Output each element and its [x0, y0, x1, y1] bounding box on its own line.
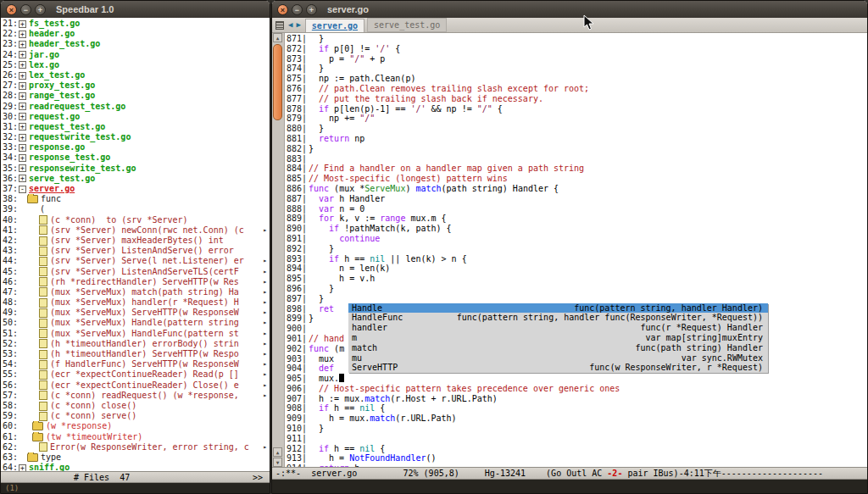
- speedbar-tag-item[interactable]: 44:(srv *Server) Serve(l net.Listener) e…: [1, 256, 270, 266]
- code-line[interactable]: 884|// Find a handler on a handler map g…: [285, 164, 867, 174]
- minimize-button[interactable]: −: [20, 4, 31, 15]
- code-line[interactable]: 882|}: [285, 144, 867, 154]
- speedbar-tag-item[interactable]: 52:(h *timeoutHandler) errorBody() strin…: [1, 339, 270, 349]
- code-line[interactable]: 910| }: [285, 424, 867, 434]
- expander-box-icon[interactable]: +: [19, 72, 26, 80]
- expander-box-icon[interactable]: +: [19, 31, 26, 38]
- tag-icon[interactable]: [39, 380, 47, 390]
- code-area[interactable]: 871| }872| if p[0] != '/' {873| p = "/" …: [285, 33, 867, 467]
- expander-box-icon[interactable]: +: [19, 82, 26, 90]
- speedbar-tag-item[interactable]: 45:(srv *Server) ListenAndServeTLS(certF…: [1, 267, 270, 277]
- code-line[interactable]: 888| var n = 0: [285, 204, 867, 214]
- expander-box-icon[interactable]: +: [19, 144, 26, 152]
- speedbar-tag-item[interactable]: 42:(srv *Server) maxHeaderBytes() int: [1, 236, 270, 246]
- speedbar-file-item[interactable]: 24:+jar.go: [1, 50, 270, 60]
- speedbar-file-item[interactable]: 26:+lex_test.go: [1, 70, 270, 80]
- speedbar-tag-item[interactable]: 43:(srv *Server) ListenAndServe() error: [1, 246, 270, 256]
- expander-box-icon[interactable]: +: [19, 123, 26, 130]
- code-line[interactable]: 872| if p[0] != '/' {: [285, 44, 867, 54]
- speedbar-tag-item[interactable]: 58:(c *conn) close(): [1, 401, 270, 411]
- completion-item[interactable]: mvar map[string]muxEntry: [348, 333, 768, 343]
- speedbar-file-item[interactable]: 29:+readrequest_test.go: [1, 102, 270, 112]
- tag-icon[interactable]: [39, 267, 47, 276]
- code-line[interactable]: 871| }: [285, 34, 867, 44]
- speedbar-file-item[interactable]: 35:+responsewrite_test.go: [1, 164, 270, 174]
- expander-box-icon[interactable]: +: [19, 175, 26, 182]
- speedbar-item[interactable]: 39:(: [1, 204, 270, 214]
- speedbar-tag-item[interactable]: 59:(c *conn) serve(): [1, 411, 270, 421]
- speedbar-file-item[interactable]: 21:+fs_test.go: [1, 19, 270, 29]
- scrollbar-thumb[interactable]: [273, 44, 282, 120]
- code-line[interactable]: 890| if !pathMatch(k, path) {: [285, 224, 867, 234]
- code-line[interactable]: 907| h := mux.match(r.Host + r.URL.Path): [285, 394, 867, 404]
- speedbar-file-item[interactable]: 22:+header.go: [1, 29, 270, 39]
- maximize-button[interactable]: +: [306, 4, 317, 15]
- speedbar-tag-item[interactable]: 41:(srv *Server) newConn(rwc net.Conn) (…: [1, 225, 270, 236]
- speedbar-file-item[interactable]: 23:+header_test.go: [1, 39, 270, 49]
- tag-icon[interactable]: [39, 257, 47, 266]
- expander-box-icon[interactable]: +: [19, 464, 26, 471]
- code-line[interactable]: 892| }: [285, 244, 867, 254]
- expander-box-icon[interactable]: +: [19, 20, 26, 28]
- code-line[interactable]: 876| // path.Clean removes trailing slas…: [285, 84, 867, 94]
- speedbar-tag-item[interactable]: 49:(mux *ServeMux) ServeHTTP(w ResponseW…: [1, 308, 270, 318]
- completion-item[interactable]: ServeHTTPfunc(w ResponseWriter, r *Reque…: [348, 363, 768, 373]
- tag-icon[interactable]: [39, 247, 47, 256]
- code-line[interactable]: 886|func (mux *ServeMux) match(path stri…: [285, 184, 867, 194]
- code-line[interactable]: 885|// Most-specific (longest) pattern w…: [285, 174, 867, 184]
- code-line[interactable]: 887| var h Handler: [285, 194, 867, 204]
- tag-icon[interactable]: [39, 329, 47, 338]
- expander-box-icon[interactable]: +: [19, 92, 26, 100]
- tag-icon[interactable]: [39, 215, 47, 225]
- minimize-button[interactable]: −: [292, 4, 303, 15]
- code-line[interactable]: 895| h = v.h: [285, 274, 867, 284]
- code-line[interactable]: 874| }: [285, 64, 867, 74]
- speedbar-file-item[interactable]: 31:+request_test.go: [1, 122, 270, 132]
- speedbar-tag-item[interactable]: 48:(mux *ServeMux) handler(r *Request) H…: [1, 297, 270, 308]
- tag-icon[interactable]: [39, 360, 47, 369]
- tag-icon[interactable]: [39, 350, 47, 359]
- speedbar-tag-item[interactable]: 47:(mux *ServeMux) match(path string) Ha…: [1, 287, 270, 297]
- tag-icon[interactable]: [39, 225, 47, 235]
- code-line[interactable]: 880| }: [285, 124, 867, 134]
- code-line[interactable]: 883|: [285, 154, 867, 164]
- speedbar-file-item[interactable]: 36:+serve_test.go: [1, 174, 270, 184]
- folder-icon[interactable]: [27, 195, 38, 203]
- scroll-up-icon[interactable]: ▲: [273, 33, 282, 42]
- speedbar-titlebar[interactable]: × − + Speedbar 1.0: [1, 1, 270, 18]
- speedbar-file-item[interactable]: 30:+request.go: [1, 112, 270, 122]
- code-line[interactable]: 891| continue: [285, 234, 867, 244]
- code-line[interactable]: 905| mux.: [285, 374, 867, 384]
- speedbar-tag-item[interactable]: 46:(rh *redirectHandler) ServeHTTP(w Res…: [1, 277, 270, 287]
- expander-box-icon[interactable]: +: [19, 164, 26, 172]
- code-line[interactable]: 906| // Host-specific pattern takes prec…: [285, 384, 867, 394]
- tag-icon[interactable]: [39, 339, 47, 348]
- scroll-down-icon[interactable]: ▼: [273, 458, 282, 467]
- tag-icon[interactable]: [39, 442, 47, 452]
- tag-icon[interactable]: [39, 391, 47, 400]
- tag-icon[interactable]: [39, 287, 47, 297]
- buffer-list-icon[interactable]: [275, 21, 284, 30]
- code-line[interactable]: 912| if h == nil {: [285, 444, 867, 454]
- speedbar-tag-item[interactable]: 40:(c *conn) to (srv *Server): [1, 215, 270, 225]
- code-line[interactable]: 913| h = NotFoundHandler(): [285, 453, 867, 463]
- expander-box-icon[interactable]: +: [19, 134, 26, 142]
- code-line[interactable]: 894| n = len(k): [285, 264, 867, 274]
- speedbar-tag-item[interactable]: 50:(mux *ServeMux) Handle(pattern string…: [1, 318, 270, 328]
- expander-box-icon[interactable]: +: [19, 113, 26, 120]
- speedbar-file-item[interactable]: 64:+sniff.go: [1, 463, 270, 471]
- tag-icon[interactable]: [39, 308, 47, 318]
- code-line[interactable]: 896| }: [285, 284, 867, 294]
- code-line[interactable]: 873| p = "/" + p: [285, 54, 867, 64]
- speedbar-tag-item[interactable]: 51:(mux *ServeMux) HandleFunc(pattern st…: [1, 329, 270, 339]
- speedbar-tag-item[interactable]: 57:(c *conn) readRequest() (w *response,…: [1, 391, 270, 401]
- scroll-up2-icon[interactable]: ▲: [273, 447, 282, 457]
- tag-icon[interactable]: [39, 298, 47, 308]
- tag-icon[interactable]: [39, 236, 47, 246]
- completion-item[interactable]: Handlefunc(pattern string, handler Handl…: [348, 303, 768, 314]
- expander-box-icon[interactable]: +: [19, 41, 26, 48]
- folder-icon[interactable]: [27, 453, 38, 462]
- code-line[interactable]: 878| if p[len(p)-1] == '/' && np != "/" …: [285, 104, 867, 114]
- speedbar-item[interactable]: 38:func: [1, 194, 270, 204]
- speedbar-tag-item[interactable]: 62:Error(w ResponseWriter, error string,…: [1, 442, 270, 452]
